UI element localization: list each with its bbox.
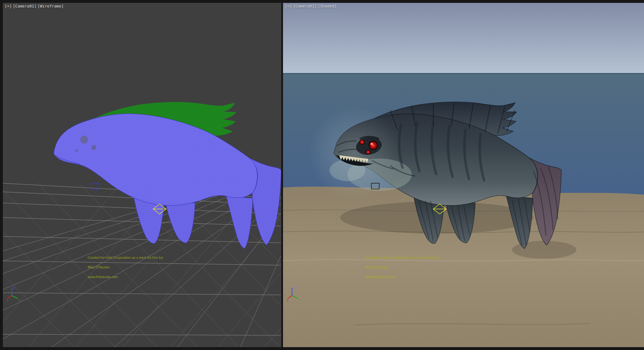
world-axis-tripod: z x y xyxy=(6,285,22,301)
wireframe-canvas[interactable] xyxy=(3,3,281,347)
viewport-menu-pov[interactable]: [Camera01] xyxy=(13,4,36,9)
viewport-menu-shading[interactable]: [Wireframe] xyxy=(38,4,64,9)
world-axis-tripod: z x y xyxy=(287,285,302,301)
horizon-line xyxy=(283,73,644,74)
axis-z-label: z xyxy=(13,286,15,290)
max-viewport-layout: [+] [Camera01] [Wireframe] Created for I… xyxy=(0,0,644,350)
shaded-canvas[interactable] xyxy=(283,3,644,347)
axis-y-label: y xyxy=(298,298,300,301)
viewport-menu-pov[interactable]: [Camera01] xyxy=(293,4,317,9)
watermark-line1: Created for Intel Corporation as a work … xyxy=(366,256,441,259)
scene-watermark: Created for Intel Corporation as a work … xyxy=(88,250,164,285)
axis-x-label: x xyxy=(6,298,8,301)
watermark-line1: Created for Intel Corporation as a work … xyxy=(88,256,164,259)
axis-z-label: z xyxy=(293,286,295,290)
watermark-line2: Mike O'Rourke xyxy=(366,266,441,269)
viewport-menu-general[interactable]: [+] xyxy=(285,4,292,9)
viewport-wireframe[interactable]: [+] [Camera01] [Wireframe] Created for I… xyxy=(3,3,281,347)
watermark-line3: www.frilzstudio.com xyxy=(88,276,164,279)
viewport-menu-general[interactable]: [+] xyxy=(5,4,12,9)
sky xyxy=(283,3,644,74)
axis-x-label: x xyxy=(287,298,288,301)
watermark-line3: www.frilzstudio.com xyxy=(366,276,441,279)
watermark-line2: Mike O'Rourke xyxy=(88,266,164,269)
scene-watermark: Created for Intel Corporation as a work … xyxy=(366,250,441,285)
viewport-shaded[interactable]: [+] [Camera01] [Shaded] Created for Inte… xyxy=(283,3,644,347)
viewport-label: [+] [Camera01] [Shaded] xyxy=(285,4,337,9)
viewport-label: [+] [Camera01] [Wireframe] xyxy=(5,4,64,9)
viewport-menu-shading[interactable]: [Shaded] xyxy=(318,4,337,9)
axis-y-label: y xyxy=(18,298,20,301)
